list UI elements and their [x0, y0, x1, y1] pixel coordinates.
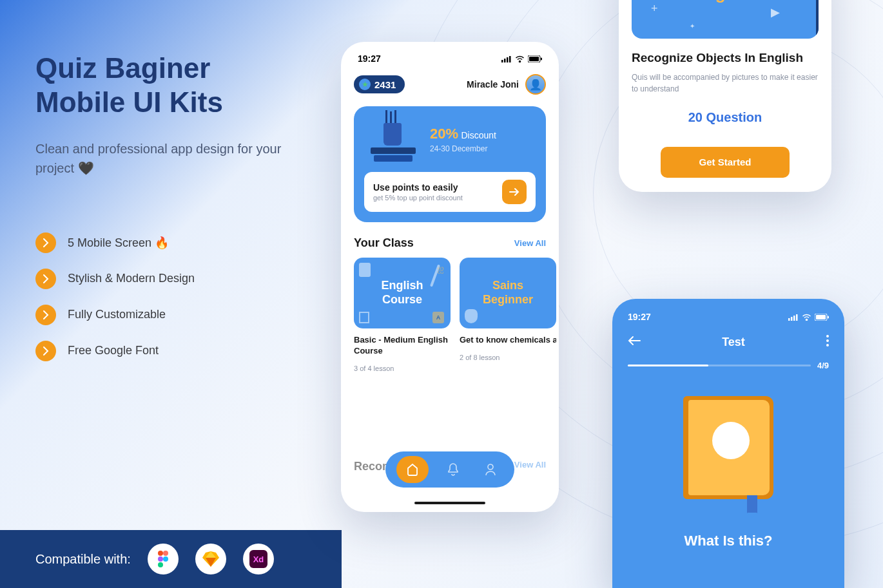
nav-home[interactable] — [396, 456, 429, 483]
svg-point-1 — [163, 551, 168, 556]
nav-notifications[interactable] — [440, 463, 466, 476]
hero-subtitle: Clean and professional app design for yo… — [35, 139, 313, 178]
book-illustration — [683, 396, 773, 506]
status-time: 19:27 — [358, 53, 381, 64]
sketch-icon — [195, 544, 226, 574]
svg-rect-8 — [504, 59, 506, 62]
chevron-right-icon — [35, 341, 56, 361]
arrow-right-icon[interactable] — [502, 180, 527, 204]
avatar: 👤 — [525, 74, 546, 95]
status-icons — [501, 55, 542, 62]
phone-detail: Baginer + ✦ ▶ Recognize Objects In Engli… — [619, 0, 831, 192]
home-indicator — [414, 502, 485, 504]
feature-item: 5 Mobile Screen 🔥 — [35, 232, 313, 253]
chevron-right-icon — [35, 305, 56, 325]
svg-rect-17 — [793, 316, 795, 321]
feature-item: Stylish & Modern Design — [35, 269, 313, 289]
signal-icon — [501, 55, 512, 62]
get-started-button[interactable]: Get Started — [661, 147, 790, 178]
svg-point-2 — [158, 556, 163, 562]
progress-bar: 4/9 — [628, 361, 829, 370]
svg-rect-10 — [509, 56, 511, 62]
svg-rect-18 — [796, 314, 798, 321]
svg-rect-7 — [501, 60, 503, 62]
status-time: 19:27 — [628, 312, 651, 322]
compatible-footer: Compatible with: Xd — [0, 530, 342, 588]
battery-icon — [815, 314, 829, 321]
svg-point-23 — [826, 339, 829, 342]
svg-rect-15 — [788, 318, 790, 321]
svg-point-22 — [826, 335, 829, 337]
nav-profile[interactable] — [478, 463, 503, 476]
feature-item: Fully Customizable — [35, 305, 313, 325]
phone-home: 19:27 ★ 2431 Miracle Joni 👤 20% Discount… — [341, 42, 559, 512]
status-icons — [788, 314, 829, 321]
hero-panel: Quiz BaginerMobile UI Kits Clean and pro… — [35, 52, 313, 377]
svg-point-14 — [488, 464, 493, 469]
svg-rect-21 — [828, 316, 829, 318]
detail-hero: Baginer + ✦ ▶ — [632, 0, 819, 39]
svg-point-4 — [158, 562, 163, 567]
question-text: What Is this? — [628, 533, 829, 549]
chevron-right-icon — [35, 232, 56, 253]
signal-icon — [788, 314, 799, 321]
class-card[interactable]: ஐ A English Course Basic - Medium Englis… — [354, 258, 451, 372]
svg-point-3 — [163, 556, 168, 562]
hero-title: Quiz BaginerMobile UI Kits — [35, 52, 313, 120]
bottom-nav — [385, 451, 514, 488]
status-bar: 19:27 — [628, 312, 829, 322]
figma-icon — [148, 544, 179, 574]
more-vertical-icon — [826, 335, 829, 346]
feature-list: 5 Mobile Screen 🔥 Stylish & Modern Desig… — [35, 232, 313, 361]
svg-point-24 — [826, 344, 829, 346]
svg-rect-12 — [529, 57, 539, 61]
promo-illustration — [364, 117, 422, 162]
svg-rect-9 — [507, 57, 509, 62]
xd-icon: Xd — [243, 544, 274, 574]
points-badge[interactable]: ★ 2431 — [354, 75, 405, 93]
arrow-left-icon — [628, 336, 641, 346]
chevron-right-icon — [35, 269, 56, 289]
back-button[interactable] — [628, 336, 641, 348]
promo-cta-card[interactable]: Use points to easily get 5% top up point… — [364, 172, 536, 212]
section-title: Your Class — [354, 236, 414, 250]
more-button[interactable] — [826, 335, 829, 349]
svg-rect-16 — [791, 317, 793, 321]
feature-item: Free Google Font — [35, 341, 313, 361]
battery-icon — [528, 55, 542, 62]
class-card[interactable]: Sains Beginner Get to know chemicals and… — [460, 258, 556, 372]
bell-icon — [447, 463, 459, 476]
page-title: Test — [641, 336, 826, 349]
wifi-icon — [515, 55, 525, 62]
view-all-link[interactable]: View All — [514, 460, 546, 473]
wifi-icon — [802, 314, 811, 321]
user-profile[interactable]: Miracle Joni 👤 — [467, 74, 546, 95]
svg-point-0 — [158, 551, 163, 556]
detail-title: Recognize Objects In English — [632, 50, 819, 66]
svg-rect-20 — [816, 315, 826, 319]
star-icon: ★ — [359, 79, 371, 90]
svg-rect-13 — [541, 57, 542, 60]
phone-quiz: 19:27 Test 4/9 What Is this? — [612, 299, 844, 588]
home-icon — [406, 463, 419, 476]
view-all-link[interactable]: View All — [514, 238, 546, 248]
user-icon — [485, 463, 496, 476]
detail-description: Quis will be accompanied by pictures to … — [632, 71, 819, 95]
footer-label: Compatible with: — [35, 552, 131, 567]
status-bar: 19:27 — [354, 53, 546, 64]
svg-text:Xd: Xd — [253, 555, 264, 564]
promo-banner: 20% Discount 24-30 December Use points t… — [354, 106, 546, 222]
question-count: 20 Question — [632, 110, 819, 125]
